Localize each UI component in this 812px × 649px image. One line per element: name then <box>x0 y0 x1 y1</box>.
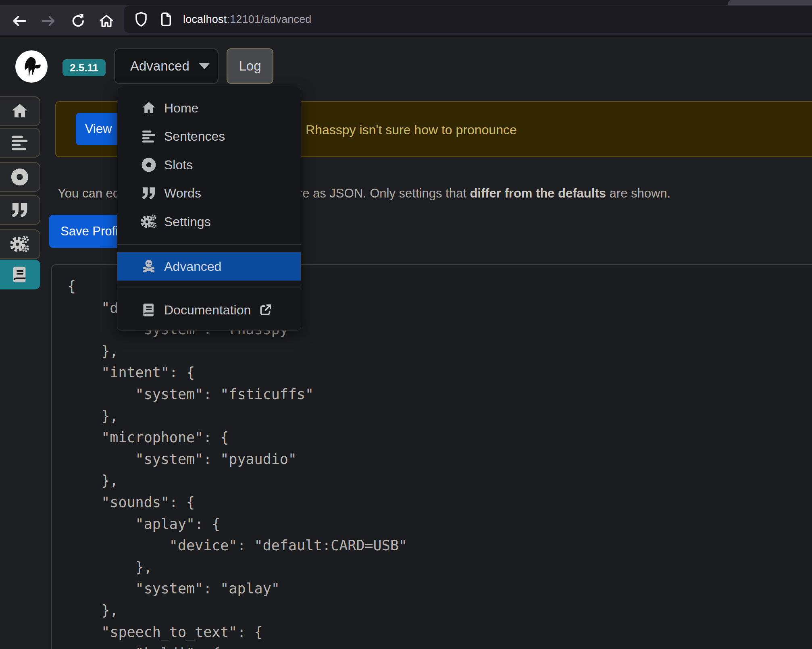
menu-item-words[interactable]: Words <box>117 179 301 207</box>
forward-icon[interactable] <box>40 12 57 29</box>
quote-icon <box>140 184 158 202</box>
home-icon <box>10 102 29 121</box>
external-link-icon <box>259 303 273 317</box>
sidebar-item-home[interactable] <box>0 96 40 126</box>
code-line: }, <box>67 557 812 578</box>
version-badge: 2.5.11 <box>62 59 106 76</box>
code-line: "sounds": { <box>67 492 812 514</box>
rhasspy-app: 2.5.11 Advanced Log View Rhasspy isn't s… <box>0 37 812 649</box>
sidebar-item-words[interactable] <box>0 195 40 225</box>
code-line: "speech_to_text": { <box>67 622 812 643</box>
record-icon <box>10 168 29 186</box>
code-line: "kaldi": { <box>67 643 812 649</box>
sidebar-item-documentation[interactable] <box>0 260 40 289</box>
book-icon <box>10 265 29 284</box>
code-line: }, <box>67 470 812 492</box>
home-icon <box>140 99 158 117</box>
menu-item-home[interactable]: Home <box>117 94 301 122</box>
align-left-icon <box>10 133 29 152</box>
code-line: "device": "default:CARD=USB" <box>67 535 812 557</box>
gears-icon <box>10 235 29 254</box>
code-line: "microphone": { <box>67 427 812 449</box>
menu-item-slots[interactable]: Slots <box>117 151 301 179</box>
record-icon <box>140 156 158 174</box>
menu-divider <box>117 244 301 245</box>
url-path: :12101/advanced <box>227 13 311 25</box>
view-button[interactable]: View <box>76 113 121 145</box>
json-code: { "dialogue": { "system": "rhasspy" }, "… <box>67 276 812 649</box>
shield-icon[interactable] <box>133 11 149 27</box>
url-text: localhost:12101/advanced <box>183 13 312 26</box>
code-line: "system": "pyaudio" <box>67 449 812 470</box>
browser-toolbar: localhost:12101/advanced <box>0 0 812 37</box>
menu-item-settings[interactable]: Settings <box>117 208 301 236</box>
reload-icon[interactable] <box>70 12 87 29</box>
sidebar-item-slots[interactable] <box>0 162 40 192</box>
warning-message: Rhasspy isn't sure how to pronounce <box>306 102 517 158</box>
url-host: localhost <box>183 13 227 25</box>
sidebar-item-sentences[interactable] <box>0 128 40 158</box>
code-line: "system": "aplay" <box>67 578 812 600</box>
sidebar-item-settings[interactable] <box>0 229 40 259</box>
browser-tab-strip <box>0 0 812 5</box>
menu-item-advanced[interactable]: Advanced <box>117 252 301 281</box>
page-dropdown-menu: Home Sentences Slots Words Settings Ad <box>117 87 301 331</box>
code-line: }, <box>67 600 812 622</box>
menu-divider <box>117 287 301 287</box>
back-icon[interactable] <box>11 12 28 29</box>
log-button[interactable]: Log <box>227 48 273 84</box>
align-left-icon <box>140 127 158 145</box>
code-line: "intent": { <box>67 362 812 384</box>
skull-crossbones-icon <box>140 258 158 275</box>
browser-tab-edge <box>728 0 812 5</box>
page-selector-value: Advanced <box>130 58 189 74</box>
code-line: "system": "fsticuffs" <box>67 384 812 406</box>
quote-icon <box>10 201 29 219</box>
code-line: }, <box>67 406 812 427</box>
home-icon[interactable] <box>98 12 115 29</box>
gears-icon <box>140 213 158 231</box>
page-selector-dropdown[interactable]: Advanced <box>114 48 219 84</box>
bird-icon <box>19 54 44 79</box>
rhasspy-logo <box>15 50 48 83</box>
chevron-down-icon <box>199 63 210 69</box>
menu-item-documentation[interactable]: Documentation <box>117 296 301 324</box>
code-line: "aplay": { <box>67 514 812 535</box>
book-icon <box>140 301 158 319</box>
url-bar[interactable]: localhost:12101/advanced <box>124 6 812 33</box>
menu-item-sentences[interactable]: Sentences <box>117 122 301 150</box>
screenshot-root: localhost:12101/advanced 2.5.11 Advanced… <box>0 0 812 649</box>
code-line: }, <box>67 341 812 362</box>
page-info-icon[interactable] <box>158 11 174 27</box>
